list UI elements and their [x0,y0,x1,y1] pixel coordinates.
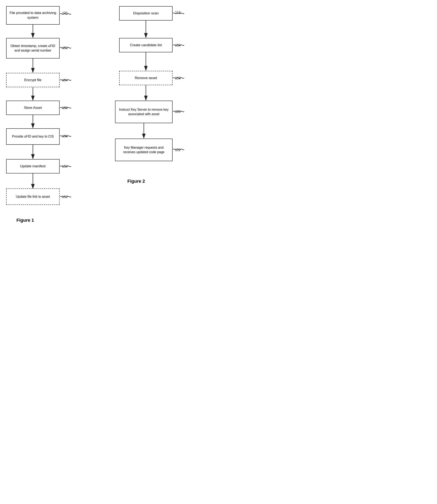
box-104: Encrypt file [6,73,60,87]
ref-118: 118 [175,76,181,80]
box-102: Obtain timestamp, create uFID and assign… [6,38,60,58]
box-110-text: Update manifest [20,164,46,169]
box-100: File provided to data archiving system [6,6,60,25]
ref-114: 114 [175,11,181,14]
ref-120: 120 [175,110,181,114]
ref-108: 108 [62,135,68,138]
ref-122: 122 [175,148,181,152]
box-116-text: Create candidate list [130,43,162,48]
box-106: Store Asset [6,101,60,115]
box-116: Create candidate list [119,38,173,52]
box-120: Instruct Key Server to remove key associ… [115,101,173,123]
box-114-text: Disposition scan [133,11,159,16]
ref-100: 100 [62,11,68,15]
box-122: Key Manager requests and receives update… [115,139,173,161]
box-112-text: Update file link to asset [16,194,50,199]
box-122-text: Key Manager requests and receives update… [118,145,170,154]
box-106-text: Store Asset [24,106,42,110]
ref-102: 102 [62,46,68,50]
ref-106: 106 [62,106,68,110]
box-100-text: File provided to data archiving system [9,11,57,20]
box-114: Disposition scan [119,6,173,20]
box-118-text: Remove asset [135,76,157,80]
ref-110: 110 [62,165,68,168]
ref-104: 104 [62,78,68,82]
box-120-text: Instruct Key Server to remove key associ… [118,107,170,116]
figure1-label: Figure 1 [16,218,34,223]
box-110: Update manifest [6,159,60,174]
box-112: Update file link to asset [6,188,60,205]
box-108-text: Provide uFID and key to CIS [12,134,54,139]
box-102-text: Obtain timestamp, create uFID and assign… [9,44,57,53]
figure2-label: Figure 2 [127,179,145,184]
ref-112: 112 [62,195,68,199]
ref-116: 116 [175,44,181,47]
box-118: Remove asset [119,71,173,85]
diagram-container: File provided to data archiving system 1… [0,0,218,252]
box-108: Provide uFID and key to CIS [6,128,60,145]
box-104-text: Encrypt file [24,78,41,83]
